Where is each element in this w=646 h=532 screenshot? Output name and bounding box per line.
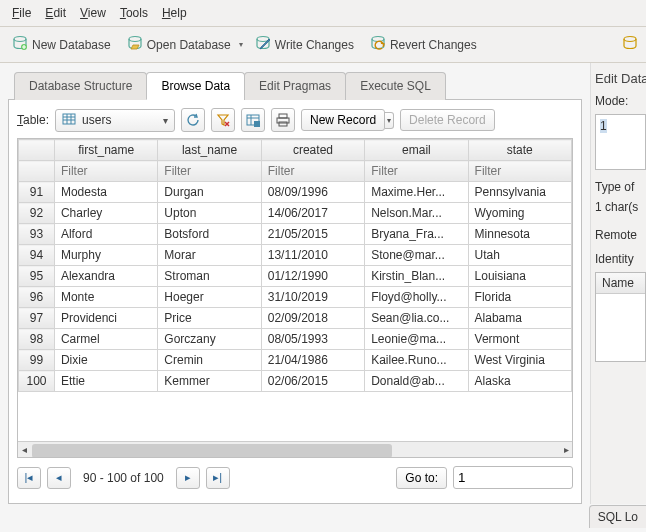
row-number[interactable]: 94 — [19, 245, 55, 266]
filter-input[interactable] — [268, 164, 358, 178]
cell[interactable]: Durgan — [158, 182, 261, 203]
filter-input[interactable] — [475, 164, 565, 178]
goto-input[interactable] — [453, 466, 573, 489]
new-record-dropdown[interactable]: ▾ — [385, 112, 394, 129]
cell[interactable]: Alaska — [468, 371, 571, 392]
new-database-button[interactable]: New Database — [8, 33, 115, 56]
cell[interactable]: Wyoming — [468, 203, 571, 224]
tab-database-structure[interactable]: Database Structure — [14, 72, 147, 100]
cell[interactable]: Upton — [158, 203, 261, 224]
cell[interactable]: Ettie — [54, 371, 157, 392]
cell[interactable]: Vermont — [468, 329, 571, 350]
cell[interactable]: Stroman — [158, 266, 261, 287]
cell[interactable]: Dixie — [54, 350, 157, 371]
table-row[interactable]: 92CharleyUpton14/06/2017Nelson.Mar...Wyo… — [19, 203, 572, 224]
menu-help[interactable]: Help — [156, 4, 193, 22]
row-number[interactable]: 99 — [19, 350, 55, 371]
menu-tools[interactable]: Tools — [114, 4, 154, 22]
filter-input[interactable] — [371, 164, 461, 178]
cell[interactable]: Donald@ab... — [365, 371, 468, 392]
cell[interactable]: Monte — [54, 287, 157, 308]
row-number[interactable]: 100 — [19, 371, 55, 392]
goto-button[interactable]: Go to: — [396, 467, 447, 489]
cell[interactable]: West Virginia — [468, 350, 571, 371]
open-database-dropdown[interactable]: ▾ — [239, 40, 243, 49]
table-row[interactable]: 96MonteHoeger31/10/2019Floyd@holly...Flo… — [19, 287, 572, 308]
table-row[interactable]: 98CarmelGorczany08/05/1993Leonie@ma...Ve… — [19, 329, 572, 350]
cell[interactable]: Gorczany — [158, 329, 261, 350]
refresh-button[interactable] — [181, 108, 205, 132]
column-header[interactable]: state — [468, 140, 571, 161]
table-row[interactable]: 93AlfordBotsford21/05/2015Bryana_Fra...M… — [19, 224, 572, 245]
cell[interactable]: Minnesota — [468, 224, 571, 245]
cell[interactable]: 08/09/1996 — [261, 182, 364, 203]
table-row[interactable]: 95AlexandraStroman01/12/1990Kirstin_Blan… — [19, 266, 572, 287]
write-changes-button[interactable]: Write Changes — [251, 33, 358, 56]
scroll-right-arrow[interactable]: ▸ — [560, 444, 572, 458]
cell[interactable]: Kemmer — [158, 371, 261, 392]
table-row[interactable]: 94MurphyMorar13/11/2010Stone@mar...Utah — [19, 245, 572, 266]
row-number[interactable]: 95 — [19, 266, 55, 287]
menu-edit[interactable]: Edit — [39, 4, 72, 22]
cell[interactable]: Modesta — [54, 182, 157, 203]
delete-record-button[interactable]: Delete Record — [400, 109, 495, 131]
cell[interactable]: Floyd@holly... — [365, 287, 468, 308]
save-table-button[interactable] — [241, 108, 265, 132]
row-number[interactable]: 93 — [19, 224, 55, 245]
cell[interactable]: Florida — [468, 287, 571, 308]
cell[interactable]: Nelson.Mar... — [365, 203, 468, 224]
revert-changes-button[interactable]: Revert Changes — [366, 33, 481, 56]
table-row[interactable]: 100EttieKemmer02/06/2015Donald@ab...Alas… — [19, 371, 572, 392]
cell[interactable]: Leonie@ma... — [365, 329, 468, 350]
menu-view[interactable]: View — [74, 4, 112, 22]
cell[interactable]: 02/06/2015 — [261, 371, 364, 392]
sql-log-tab[interactable]: SQL Lo — [589, 505, 646, 528]
cell[interactable]: Botsford — [158, 224, 261, 245]
cell[interactable]: 14/06/2017 — [261, 203, 364, 224]
print-button[interactable] — [271, 108, 295, 132]
cell[interactable]: 21/04/1986 — [261, 350, 364, 371]
cell[interactable]: Stone@mar... — [365, 245, 468, 266]
table-row[interactable]: 91ModestaDurgan08/09/1996Maxime.Her...Pe… — [19, 182, 572, 203]
row-number[interactable]: 98 — [19, 329, 55, 350]
horizontal-scrollbar[interactable]: ◂ ▸ — [18, 441, 572, 458]
cell[interactable]: Sean@lia.co... — [365, 308, 468, 329]
tab-browse-data[interactable]: Browse Data — [146, 72, 245, 100]
table-row[interactable]: 99DixieCremin21/04/1986Kailee.Runo...Wes… — [19, 350, 572, 371]
identity-name-header[interactable]: Name — [596, 273, 645, 294]
row-number[interactable]: 91 — [19, 182, 55, 203]
cell[interactable]: Price — [158, 308, 261, 329]
new-record-button[interactable]: New Record — [301, 109, 385, 131]
tab-execute-sql[interactable]: Execute SQL — [345, 72, 446, 100]
row-number[interactable]: 97 — [19, 308, 55, 329]
cell[interactable]: Alabama — [468, 308, 571, 329]
cell[interactable]: Providenci — [54, 308, 157, 329]
filter-input[interactable] — [164, 164, 254, 178]
cell[interactable]: 13/11/2010 — [261, 245, 364, 266]
row-number[interactable]: 92 — [19, 203, 55, 224]
next-page-button[interactable]: ▸ — [176, 467, 200, 489]
filter-input[interactable] — [61, 164, 151, 178]
cell[interactable]: Kirstin_Blan... — [365, 266, 468, 287]
table-row[interactable]: 97ProvidenciPrice02/09/2018Sean@lia.co..… — [19, 308, 572, 329]
clear-filters-button[interactable] — [211, 108, 235, 132]
cell[interactable]: Murphy — [54, 245, 157, 266]
cell[interactable]: Louisiana — [468, 266, 571, 287]
cell[interactable]: Morar — [158, 245, 261, 266]
table-select[interactable]: users — [55, 109, 175, 132]
cell[interactable]: Carmel — [54, 329, 157, 350]
column-header[interactable]: email — [365, 140, 468, 161]
cell[interactable]: 31/10/2019 — [261, 287, 364, 308]
scroll-thumb[interactable] — [32, 444, 392, 458]
column-header[interactable]: first_name — [54, 140, 157, 161]
cell[interactable]: Hoeger — [158, 287, 261, 308]
column-header[interactable]: last_name — [158, 140, 261, 161]
cell[interactable]: Bryana_Fra... — [365, 224, 468, 245]
identity-list[interactable]: Name — [595, 272, 646, 362]
cell[interactable]: Alexandra — [54, 266, 157, 287]
cell[interactable]: Pennsylvania — [468, 182, 571, 203]
last-page-button[interactable]: ▸| — [206, 467, 230, 489]
row-number-header[interactable] — [19, 140, 55, 161]
menu-file[interactable]: File — [6, 4, 37, 22]
cell[interactable]: Utah — [468, 245, 571, 266]
